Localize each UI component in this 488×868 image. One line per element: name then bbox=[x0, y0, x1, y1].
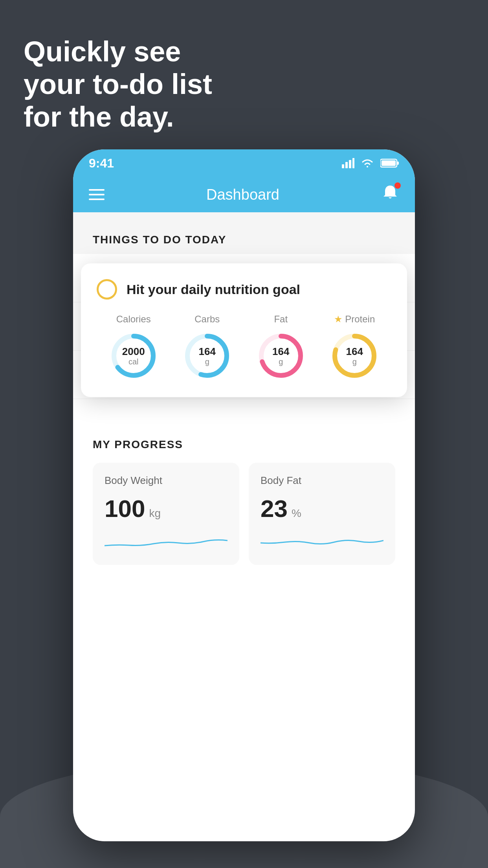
nutrition-circles: Calories 2000 cal Carbs bbox=[97, 314, 391, 381]
fat-unit: g bbox=[279, 357, 283, 366]
body-weight-value-row: 100 kg bbox=[105, 495, 227, 522]
hero-text: Quickly see your to-do list for the day. bbox=[24, 35, 212, 133]
body-weight-card[interactable]: Body Weight 100 kg bbox=[93, 463, 239, 565]
nav-bar: Dashboard bbox=[73, 177, 415, 212]
menu-button[interactable] bbox=[89, 189, 105, 200]
calories-donut: 2000 cal bbox=[108, 330, 159, 381]
protein-label: Protein bbox=[345, 314, 375, 325]
body-fat-card[interactable]: Body Fat 23 % bbox=[249, 463, 395, 565]
body-fat-title: Body Fat bbox=[261, 474, 383, 487]
battery-icon bbox=[380, 158, 399, 168]
nutrition-card-title: Hit your daily nutrition goal bbox=[127, 282, 300, 297]
body-weight-unit: kg bbox=[149, 507, 161, 520]
calories-unit: cal bbox=[128, 357, 139, 366]
bell-button[interactable] bbox=[381, 184, 399, 206]
svg-rect-0 bbox=[342, 164, 344, 168]
menu-icon-line2 bbox=[89, 194, 105, 195]
protein-donut: 164 g bbox=[329, 330, 380, 381]
body-weight-value: 100 bbox=[105, 495, 145, 522]
body-weight-title: Body Weight bbox=[105, 474, 227, 487]
body-fat-value: 23 bbox=[261, 495, 288, 522]
hero-line2: your to-do list bbox=[24, 68, 212, 101]
signal-icon bbox=[342, 158, 354, 168]
nav-title: Dashboard bbox=[206, 186, 279, 203]
carbs-label: Carbs bbox=[194, 314, 220, 325]
carbs-item: Carbs 164 g bbox=[182, 314, 233, 381]
nutrition-check-circle[interactable] bbox=[97, 279, 117, 300]
fat-item: Fat 164 g bbox=[255, 314, 306, 381]
hero-line1: Quickly see bbox=[24, 35, 212, 68]
phone-container: 9:41 bbox=[73, 149, 415, 841]
body-fat-chart bbox=[261, 532, 383, 552]
status-time: 9:41 bbox=[89, 156, 114, 171]
carbs-donut-center: 164 g bbox=[199, 346, 216, 366]
star-icon: ★ bbox=[334, 314, 343, 325]
fat-label: Fat bbox=[274, 314, 288, 325]
card-title-row: Hit your daily nutrition goal bbox=[97, 279, 391, 300]
calories-label: Calories bbox=[116, 314, 151, 325]
phone-frame: 9:41 bbox=[73, 149, 415, 841]
progress-section: MY PROGRESS Body Weight 100 kg Body Fat bbox=[73, 423, 415, 581]
hero-line3: for the day. bbox=[24, 101, 212, 133]
fat-value: 164 bbox=[272, 346, 289, 357]
svg-rect-3 bbox=[352, 158, 354, 168]
things-section-header: THINGS TO DO TODAY bbox=[93, 222, 395, 254]
spacer bbox=[73, 399, 415, 423]
menu-icon-line3 bbox=[89, 199, 105, 200]
svg-rect-1 bbox=[345, 162, 348, 168]
progress-cards: Body Weight 100 kg Body Fat 23 % bbox=[93, 463, 395, 565]
calories-value: 2000 bbox=[122, 346, 145, 357]
protein-donut-center: 164 g bbox=[346, 346, 363, 366]
wifi-icon bbox=[361, 158, 374, 168]
body-weight-chart bbox=[105, 532, 227, 552]
protein-label-row: ★ Protein bbox=[334, 314, 375, 325]
svg-rect-6 bbox=[382, 160, 396, 166]
protein-unit: g bbox=[352, 357, 357, 366]
nutrition-card: Hit your daily nutrition goal Calories 2… bbox=[81, 263, 407, 397]
protein-value: 164 bbox=[346, 346, 363, 357]
calories-donut-center: 2000 cal bbox=[122, 346, 145, 366]
fat-donut-center: 164 g bbox=[272, 346, 289, 366]
body-fat-value-row: 23 % bbox=[261, 495, 383, 522]
menu-icon-line1 bbox=[89, 189, 105, 191]
carbs-donut: 164 g bbox=[182, 330, 233, 381]
fat-donut: 164 g bbox=[255, 330, 306, 381]
carbs-unit: g bbox=[205, 357, 209, 366]
progress-header: MY PROGRESS bbox=[93, 438, 395, 451]
svg-rect-2 bbox=[349, 160, 351, 168]
svg-rect-5 bbox=[397, 162, 399, 165]
status-icons bbox=[342, 158, 399, 168]
carbs-value: 164 bbox=[199, 346, 216, 357]
body-fat-unit: % bbox=[292, 507, 301, 520]
protein-item: ★ Protein 164 g bbox=[329, 314, 380, 381]
bell-notification-dot bbox=[394, 182, 401, 189]
calories-item: Calories 2000 cal bbox=[108, 314, 159, 381]
status-bar: 9:41 bbox=[73, 149, 415, 177]
